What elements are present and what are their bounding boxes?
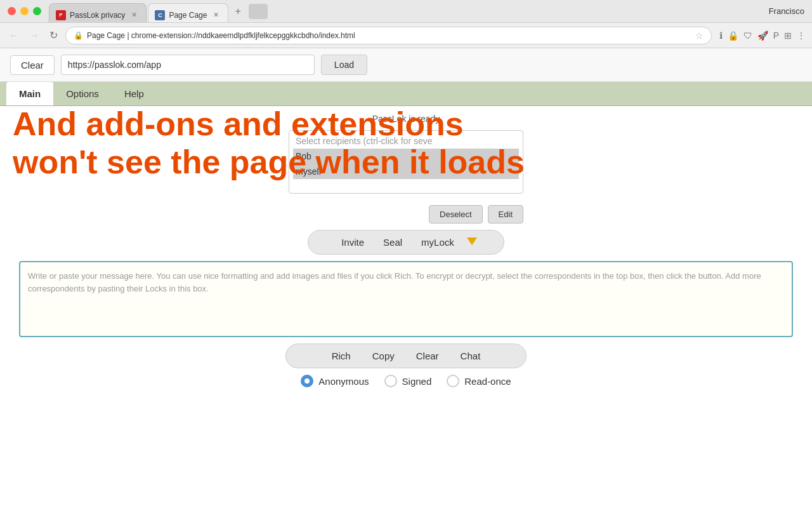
- forward-button[interactable]: →: [27, 27, 42, 44]
- radio-signed-label: Signed: [402, 376, 432, 387]
- bottom-buttons-group: Rich Copy Clear Chat: [285, 344, 527, 368]
- tab-help[interactable]: Help: [112, 82, 157, 105]
- user-name: Francisco: [769, 6, 804, 16]
- refresh-button[interactable]: ↻: [47, 27, 60, 44]
- recipients-select[interactable]: Select recipients (ctrl-click for seve B…: [289, 130, 523, 194]
- edit-button[interactable]: Edit: [488, 205, 523, 224]
- tab-pagecage[interactable]: C Page Cage ✕: [148, 3, 228, 22]
- copy-button[interactable]: Copy: [362, 347, 405, 365]
- main-panel: PassLok is ready Select recipients (ctrl…: [0, 106, 812, 392]
- radio-signed-circle[interactable]: [384, 375, 397, 387]
- deselect-button[interactable]: Deselect: [429, 205, 483, 224]
- maximize-window-button[interactable]: [33, 7, 41, 15]
- address-text: Page Cage | chrome-extension://nddkaeemd…: [87, 31, 691, 40]
- mylock-button[interactable]: myLock: [412, 233, 463, 251]
- bookmark-icon[interactable]: ☆: [695, 30, 704, 41]
- action-buttons-group: Invite Seal myLock: [308, 230, 504, 255]
- recipient-bob: Bob: [293, 149, 519, 164]
- action-dropdown-button[interactable]: [464, 237, 480, 247]
- load-button[interactable]: Load: [321, 55, 367, 75]
- lock-icon[interactable]: 🔒: [728, 30, 738, 41]
- tab-pagecage-close[interactable]: ✕: [213, 11, 219, 19]
- menu-icon[interactable]: ⋮: [797, 30, 806, 41]
- shield-icon[interactable]: 🛡: [743, 30, 752, 41]
- recipients-area: Select recipients (ctrl-click for seve B…: [289, 130, 523, 194]
- tab-pagecage-label: Page Cage: [169, 11, 207, 20]
- tabs-bar: P PassLok privacy ✕ C Page Cage ✕ +: [49, 0, 769, 22]
- radio-read-once-circle[interactable]: [447, 375, 459, 387]
- message-textarea[interactable]: Write or paste your message here. You ca…: [19, 261, 793, 337]
- rocket-icon[interactable]: 🚀: [757, 30, 768, 41]
- browser-icons: ℹ 🔒 🛡 🚀 P ⊞ ⋮: [719, 30, 806, 41]
- radio-read-once-label: Read-once: [464, 376, 511, 387]
- back-button[interactable]: ←: [6, 27, 22, 44]
- recipients-placeholder: Select recipients (ctrl-click for seve: [293, 133, 519, 149]
- minimize-window-button[interactable]: [20, 7, 29, 15]
- recipients-actions: Deselect Edit: [289, 205, 523, 224]
- tab-options[interactable]: Options: [53, 82, 112, 105]
- page-content: Clear Load Main Options Help And add-ons…: [0, 48, 812, 508]
- rich-button[interactable]: Rich: [322, 347, 361, 365]
- passlok-favicon: P: [56, 10, 66, 20]
- tab-passlok-close[interactable]: ✕: [131, 11, 137, 19]
- invite-button[interactable]: Invite: [332, 233, 373, 251]
- nav-tabs-bar: Main Options Help: [0, 82, 812, 106]
- radio-anonymous[interactable]: Anonymous: [301, 375, 369, 387]
- title-bar: P PassLok privacy ✕ C Page Cage ✕ + Fran…: [0, 0, 812, 23]
- pagecage-favicon: C: [155, 10, 165, 20]
- passlok-ext-icon[interactable]: P: [773, 30, 779, 41]
- recipient-myself: myself: [293, 164, 519, 179]
- address-bar: ← → ↻ 🔒 Page Cage | chrome-extension://n…: [0, 23, 812, 48]
- url-input[interactable]: [61, 55, 315, 75]
- clear-url-button[interactable]: Clear: [10, 55, 55, 75]
- ssl-lock-icon: 🔒: [74, 31, 83, 40]
- radio-anonymous-circle[interactable]: [301, 375, 313, 387]
- grid-icon[interactable]: ⊞: [784, 30, 792, 41]
- tab-passlok-label: PassLok privacy: [70, 11, 125, 20]
- tab-passlok[interactable]: P PassLok privacy ✕: [49, 3, 147, 22]
- radio-read-once[interactable]: Read-once: [447, 375, 511, 387]
- app-toolbar: Clear Load: [0, 48, 812, 82]
- close-window-button[interactable]: [8, 7, 16, 15]
- info-icon[interactable]: ℹ: [719, 30, 723, 41]
- dropdown-arrow-icon: [467, 237, 477, 245]
- radio-anonymous-label: Anonymous: [318, 376, 369, 387]
- radio-group: Anonymous Signed Read-once: [301, 375, 511, 387]
- seal-button[interactable]: Seal: [374, 233, 411, 251]
- new-tab-placeholder: [249, 4, 268, 19]
- window-controls: [8, 7, 41, 15]
- clear-message-button[interactable]: Clear: [406, 347, 449, 365]
- tab-main[interactable]: Main: [6, 82, 53, 105]
- new-tab-button[interactable]: +: [230, 6, 246, 17]
- chat-button[interactable]: Chat: [450, 347, 491, 365]
- status-text: PassLok is ready: [372, 114, 440, 124]
- address-input-wrap[interactable]: 🔒 Page Cage | chrome-extension://nddkaee…: [65, 27, 712, 44]
- radio-signed[interactable]: Signed: [384, 375, 432, 387]
